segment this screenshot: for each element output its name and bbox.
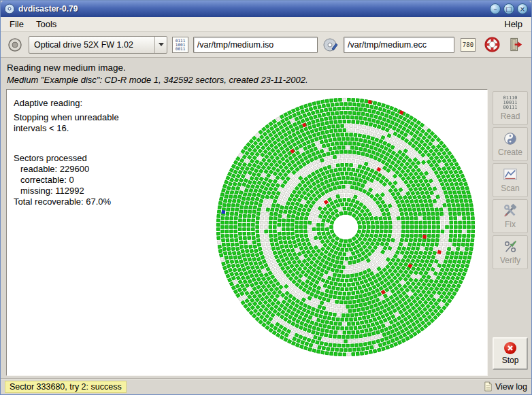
close-button[interactable]: × bbox=[517, 3, 528, 14]
window-title: dvdisaster-0.79 bbox=[18, 4, 78, 14]
fix-button[interactable]: Fix bbox=[493, 199, 528, 233]
help-lifebuoy-icon[interactable] bbox=[483, 35, 501, 54]
menu-tools[interactable]: Tools bbox=[30, 18, 63, 31]
adaptive-title: Adaptive reading: bbox=[14, 98, 119, 109]
drive-select-value: Optical drive 52X FW 1.02 bbox=[29, 40, 154, 50]
menu-file[interactable]: File bbox=[3, 18, 30, 31]
sectors-missing: missing: 112992 bbox=[14, 186, 119, 196]
status-area: Reading new medium image. Medium "Exampl… bbox=[1, 58, 531, 89]
adaptive-reading-info: Adaptive reading: Stopping when unreadab… bbox=[14, 98, 119, 207]
action-sidebar: 01110 10011 00111 Read Create bbox=[489, 89, 531, 378]
drive-select[interactable]: Optical drive 52X FW 1.02 bbox=[29, 36, 167, 54]
minimize-button[interactable]: – bbox=[490, 3, 501, 14]
stopping-line-1: Stopping when unreadable bbox=[14, 112, 119, 123]
sectors-correctable: correctable: 0 bbox=[14, 175, 119, 186]
stop-x-icon bbox=[504, 342, 516, 354]
app-window: dvdisaster-0.79 – □ × File Tools Help Op… bbox=[0, 0, 532, 395]
ecc-path-input[interactable] bbox=[344, 37, 454, 53]
read-binary-icon: 01110 10011 00111 bbox=[503, 96, 517, 110]
menu-help[interactable]: Help bbox=[498, 18, 529, 31]
preferences-icon[interactable]: 780 bbox=[459, 37, 477, 53]
reading-panel: Adaptive reading: Stopping when unreadab… bbox=[6, 89, 488, 376]
status-line-2: Medium "Example disc": CD-R mode 1, 3425… bbox=[7, 74, 525, 86]
maximize-button[interactable]: □ bbox=[503, 3, 514, 14]
scan-label: Scan bbox=[501, 184, 519, 193]
disc-spiral bbox=[210, 91, 482, 363]
status-message: Sector 333680, try 2: success bbox=[5, 381, 127, 393]
fix-label: Fix bbox=[505, 220, 516, 229]
toolbar: Optical drive 52X FW 1.02 0111 1001 0011… bbox=[1, 32, 531, 58]
app-icon bbox=[4, 3, 15, 14]
verify-label: Verify bbox=[500, 256, 520, 265]
ecc-file-icon bbox=[322, 37, 339, 53]
verify-button[interactable]: Verify bbox=[493, 235, 528, 269]
total-recoverable: Total recoverable: 67.0% bbox=[14, 196, 119, 207]
stop-label: Stop bbox=[502, 356, 519, 365]
fix-tools-icon bbox=[503, 203, 518, 218]
iso-file-icon: 0111 1001 0011 bbox=[172, 37, 188, 53]
chevron-down-icon[interactable] bbox=[154, 37, 167, 53]
quit-icon[interactable] bbox=[508, 35, 526, 54]
create-button[interactable]: Create bbox=[493, 127, 528, 161]
statusbar: Sector 333680, try 2: success View log bbox=[1, 378, 531, 394]
menubar: File Tools Help bbox=[1, 17, 531, 32]
stop-button[interactable]: Stop bbox=[493, 337, 528, 370]
scan-chart-icon bbox=[503, 167, 518, 182]
stopping-line-2: intervals < 16. bbox=[14, 123, 119, 134]
view-log[interactable]: View log bbox=[484, 381, 527, 392]
status-line-1: Reading new medium image. bbox=[7, 62, 525, 74]
scan-button[interactable]: Scan bbox=[493, 163, 528, 197]
create-label: Create bbox=[498, 148, 522, 157]
drive-icon[interactable] bbox=[6, 36, 24, 54]
sectors-title: Sectors processed bbox=[14, 153, 119, 164]
sectors-readable: readable: 229600 bbox=[14, 164, 119, 175]
create-yinyang-icon bbox=[503, 131, 518, 146]
read-button[interactable]: 01110 10011 00111 Read bbox=[493, 91, 528, 125]
titlebar[interactable]: dvdisaster-0.79 – □ × bbox=[1, 1, 531, 17]
view-log-label: View log bbox=[495, 382, 527, 392]
view-log-icon bbox=[484, 381, 493, 392]
verify-percent-check-icon bbox=[503, 239, 518, 254]
read-label: Read bbox=[501, 111, 520, 121]
iso-path-input[interactable] bbox=[193, 37, 318, 53]
